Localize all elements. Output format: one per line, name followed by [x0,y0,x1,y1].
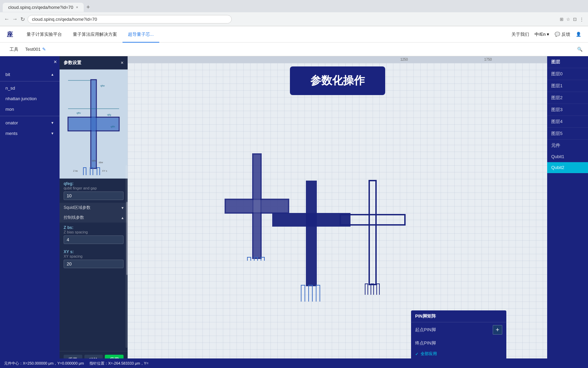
layer-item-0[interactable]: 图层0 [547,68,588,80]
component-item-qubit2[interactable]: Qubit2 [547,162,588,173]
squid-chevron-icon: ▾ [121,205,124,210]
start-pin-label: 起点PIN脚 [415,327,436,333]
browser-tab[interactable]: cloud.spinq.cn/qeda/home?id=70 × [3,3,84,12]
back-icon[interactable]: ← [4,16,10,22]
app-header: 座 量子计算实验平台 量子算法应用解决方案 超导量子芯... 关于我们 中/En… [0,26,588,43]
apply-all-label: 全部应用 [421,351,437,357]
extension-icon[interactable]: ⊡ [573,17,577,22]
qubit-svg-small [339,179,407,295]
sidebar-item-nsd[interactable]: n_sd [0,83,60,93]
params-preview: qfw qflv qfg qflh Z bs XY s sblv sbw [60,70,128,179]
sidebar-item-manhattan[interactable]: nhattan junction [0,93,60,104]
ruler-mark-1750: 1750 [484,58,492,61]
address-input[interactable] [28,15,232,24]
sidebar-item-label-mon: mon [5,107,14,112]
language-button[interactable]: 中/En ▾ [535,31,550,37]
qfeg-input[interactable] [64,191,124,200]
svg-rect-41 [377,284,379,295]
layer-group-title: 图层 [547,56,588,68]
params-title: 参数设置 [64,60,81,66]
params-panel: 参数设置 × qfw qflv qfg qflh [60,56,128,368]
browser-nav-icons: ← → ↻ [4,16,25,22]
left-panel: × bit ▲ n_sd nhattan junction mon onator… [0,56,60,368]
file-name-text: Test001 [25,47,41,52]
menu-icon[interactable]: ⋮ [579,17,584,22]
sidebar-item-onator[interactable]: onator ▼ [0,118,60,128]
tab-title: cloud.spinq.cn/qeda/home?id=70 [8,5,73,10]
svg-text:Z bs: Z bs [73,170,78,172]
search-icon[interactable]: 🔍 [577,47,583,52]
browser-action-icons: ⊞ ☆ ⊡ ⋮ [560,17,584,22]
layer-item-3[interactable]: 图层3 [547,104,588,116]
svg-text:qfw: qfw [100,84,105,87]
add-start-pin-button[interactable]: + [493,325,502,335]
tab-bar: cloud.spinq.cn/qeda/home?id=70 × + [0,0,588,12]
sidebar-divider-1 [0,81,60,81]
new-tab-button[interactable]: + [84,3,93,12]
left-panel-items: bit ▲ n_sd nhattan junction mon onator ▼… [0,68,60,140]
params-field-zbs: Z bs: Z bias spacing [60,223,128,247]
layer-item-2[interactable]: 图层2 [547,92,588,104]
browser-chrome: cloud.spinq.cn/qeda/home?id=70 × + ← → ↻… [0,0,588,26]
qfeg-desc: qubit finger and gap [64,186,124,190]
control-section-label: 控制线参数 [64,215,84,220]
overlay-title: 参数化操作 [290,66,385,95]
about-us-button[interactable]: 关于我们 [511,31,529,37]
control-section-header[interactable]: 控制线参数 ▴ [60,213,128,223]
close-left-panel-button[interactable]: × [54,59,57,65]
ruler-top: 1250 1750 [128,56,547,63]
address-bar: ← → ↻ ⊞ ☆ ⊡ ⋮ [0,12,588,26]
sidebar-item-ments[interactable]: ments ▼ [0,128,60,139]
toolbar: 工具 Test001 ✎ 🔍 [0,43,588,56]
qubit-small-right[interactable] [339,179,407,296]
xys-input[interactable] [64,260,124,268]
refresh-icon[interactable]: ↻ [20,16,25,22]
edit-filename-icon[interactable]: ✎ [42,47,46,52]
cursor-coords: 指针位置：X=-264.583333 μm，Y= [89,361,149,366]
params-scroll-area: qfeg: qubit finger and gap Squid区域参数 ▾ 控… [60,179,128,351]
layer-item-4[interactable]: 图层4 [547,116,588,128]
squid-section-header[interactable]: Squid区域参数 ▾ [60,203,128,213]
component-item-qubit1[interactable]: Qubit1 [547,151,588,162]
svg-rect-39 [365,284,368,295]
xys-desc: XY spacing [64,254,124,258]
sidebar-item-bit[interactable]: bit ▲ [0,69,60,80]
svg-rect-38 [340,215,405,225]
svg-rect-3 [69,118,118,130]
svg-rect-27 [306,181,317,286]
main-layout: × bit ▲ n_sd nhattan junction mon onator… [0,56,588,368]
svg-rect-21 [247,257,251,261]
zbs-input[interactable] [64,235,124,244]
chevron-up-icon: ▲ [51,73,54,76]
svg-rect-37 [369,181,376,285]
svg-rect-8 [83,168,86,175]
toolbar-right: 🔍 [577,47,583,52]
end-pin-label: 终点PIN脚 [415,340,436,346]
apply-all-button[interactable]: ✓ 全部应用 [411,349,506,359]
left-panel-header: × [0,56,60,68]
check-icon: ✓ [415,352,419,356]
layer-item-5[interactable]: 图层5 [547,128,588,140]
squid-section-label: Squid区域参数 [64,205,91,211]
nav-item-platform[interactable]: 量子计算实验平台 [21,26,67,43]
tools-button[interactable]: 工具 [5,45,22,54]
params-close-button[interactable]: × [121,60,124,65]
layer-item-1[interactable]: 图层1 [547,80,588,92]
nav-item-chip[interactable]: 超导量子芯... [122,26,159,43]
forward-icon[interactable]: → [12,16,18,22]
translate-icon[interactable]: ⊞ [560,17,564,22]
nav-item-algorithm[interactable]: 量子算法应用解决方案 [67,26,122,43]
feedback-button[interactable]: 💬 反馈 [555,31,570,37]
sidebar-item-label-nsd: n_sd [5,86,15,91]
ruler-mark-1250: 1250 [400,58,408,61]
svg-text:XY s: XY s [102,170,107,172]
svg-rect-29 [301,285,305,302]
lang-label: 中/En [535,31,546,37]
svg-text:sbw: sbw [99,161,103,164]
sidebar-item-mon[interactable]: mon [0,104,60,114]
user-avatar[interactable]: 👤 [576,32,581,37]
sidebar-item-label-bit: bit [5,72,10,77]
canvas-area[interactable]: 1250 1750 参数化操作 f1 [128,56,547,368]
bookmark-icon[interactable]: ☆ [566,17,570,22]
tab-close-button[interactable]: × [76,5,78,9]
